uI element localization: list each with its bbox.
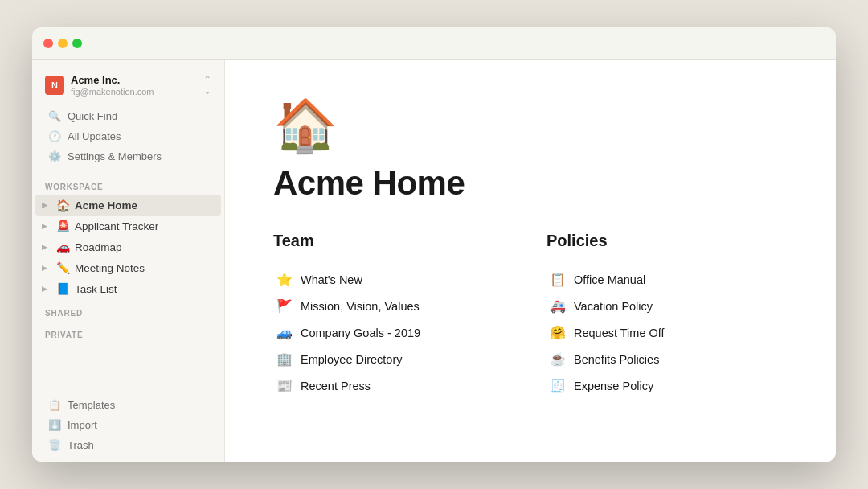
- templates-label: Templates: [68, 399, 115, 411]
- meeting-notes-label: Meeting Notes: [75, 262, 213, 274]
- acme-home-emoji: 🏠: [56, 199, 70, 212]
- sidebar-nav: 🔍 Quick Find 🕐 All Updates ⚙️ Settings &…: [32, 100, 224, 173]
- list-item[interactable]: 🚙 Company Goals - 2019: [273, 320, 514, 345]
- company-goals-label: Company Goals - 2019: [301, 327, 420, 339]
- workspace-name: Acme Inc.: [71, 74, 154, 87]
- workspace-header[interactable]: N Acme Inc. fig@makenotion.com ⌃⌄: [32, 66, 224, 100]
- content-grid: Team ⭐ What's New 🚩 Mission, Vision, Val…: [273, 232, 788, 398]
- recent-press-icon: 📰: [276, 378, 293, 393]
- sidebar-item-acme-home[interactable]: ▶ 🏠 Acme Home: [35, 195, 221, 216]
- office-manual-icon: 📋: [550, 272, 566, 287]
- sidebar-item-roadmap[interactable]: ▶ 🚗 Roadmap: [35, 236, 221, 257]
- team-section-title: Team: [273, 232, 514, 257]
- list-item[interactable]: 🚑 Vacation Policy: [547, 294, 788, 318]
- templates-icon: 📋: [48, 399, 61, 411]
- policies-items: 📋 Office Manual 🚑 Vacation Policy 🤗 Requ…: [547, 267, 788, 398]
- roadmap-emoji: 🚗: [56, 240, 70, 253]
- shared-section-label: SHARED: [32, 299, 224, 321]
- list-item[interactable]: ☕ Benefits Policies: [547, 347, 788, 372]
- acme-home-label: Acme Home: [75, 199, 213, 212]
- minimize-button[interactable]: [58, 39, 68, 48]
- sidebar-item-task-list[interactable]: ▶ 📘 Task List: [35, 278, 221, 299]
- maximize-button[interactable]: [72, 39, 82, 48]
- benefits-icon: ☕: [550, 351, 566, 367]
- import-icon: ⬇️: [48, 419, 61, 431]
- employee-directory-label: Employee Directory: [301, 353, 403, 366]
- sidebar-item-meeting-notes[interactable]: ▶ ✏️ Meeting Notes: [35, 257, 221, 278]
- expand-arrow-icon: ▶: [42, 243, 51, 251]
- mission-label: Mission, Vision, Values: [301, 300, 420, 313]
- list-item[interactable]: 📰 Recent Press: [273, 373, 514, 398]
- import-label: Import: [68, 419, 97, 431]
- main-content: 🏠 Acme Home Team ⭐ What's New 🚩 Mission,…: [225, 60, 836, 462]
- sidebar: N Acme Inc. fig@makenotion.com ⌃⌄ 🔍 Quic…: [32, 60, 225, 462]
- sidebar-item-import[interactable]: ⬇️ Import: [35, 415, 221, 435]
- workspace-info: N Acme Inc. fig@makenotion.com: [45, 74, 154, 97]
- team-section: Team ⭐ What's New 🚩 Mission, Vision, Val…: [273, 232, 514, 398]
- roadmap-label: Roadmap: [75, 241, 213, 253]
- benefits-label: Benefits Policies: [574, 353, 659, 366]
- whats-new-icon: ⭐: [276, 272, 293, 287]
- policies-section-title: Policies: [547, 232, 788, 257]
- trash-icon: 🗑️: [48, 439, 61, 451]
- page-icon: 🏠: [273, 100, 788, 151]
- close-button[interactable]: [43, 39, 53, 48]
- workspace-section-label: WORKSPACE: [32, 173, 224, 195]
- sidebar-item-applicant-tracker[interactable]: ▶ 🚨 Applicant Tracker: [35, 216, 221, 236]
- policies-section: Policies 📋 Office Manual 🚑 Vacation Poli…: [547, 232, 788, 398]
- vacation-policy-label: Vacation Policy: [574, 300, 653, 313]
- workspace-text: Acme Inc. fig@makenotion.com: [71, 74, 154, 97]
- gear-icon: ⚙️: [48, 150, 61, 162]
- employee-directory-icon: 🏢: [276, 351, 293, 367]
- expand-arrow-icon: ▶: [42, 222, 51, 230]
- list-item[interactable]: 🚩 Mission, Vision, Values: [273, 294, 514, 318]
- app-window: N Acme Inc. fig@makenotion.com ⌃⌄ 🔍 Quic…: [32, 27, 836, 462]
- settings-label: Settings & Members: [68, 150, 162, 162]
- expand-arrow-icon: ▶: [42, 285, 51, 293]
- team-items: ⭐ What's New 🚩 Mission, Vision, Values 🚙…: [273, 267, 514, 398]
- applicant-tracker-emoji: 🚨: [56, 220, 70, 232]
- workspace-email: fig@makenotion.com: [71, 87, 154, 97]
- titlebar: [32, 27, 836, 60]
- expand-arrow-icon: ▶: [42, 201, 51, 209]
- workspace-toggle-icon[interactable]: ⌃⌄: [203, 74, 211, 97]
- office-manual-label: Office Manual: [574, 273, 645, 286]
- request-time-off-label: Request Time Off: [574, 327, 665, 339]
- page-title: Acme Home: [273, 164, 788, 203]
- list-item[interactable]: 🧾 Expense Policy: [547, 373, 788, 398]
- traffic-lights: [43, 39, 82, 48]
- expense-policy-label: Expense Policy: [574, 380, 653, 392]
- clock-icon: 🕐: [48, 130, 61, 142]
- app-body: N Acme Inc. fig@makenotion.com ⌃⌄ 🔍 Quic…: [32, 60, 836, 462]
- sidebar-item-templates[interactable]: 📋 Templates: [35, 395, 221, 415]
- whats-new-label: What's New: [301, 273, 362, 286]
- workspace-logo: N: [45, 76, 64, 95]
- vacation-policy-icon: 🚑: [550, 298, 566, 314]
- company-goals-icon: 🚙: [276, 325, 293, 340]
- sidebar-item-all-updates[interactable]: 🕐 All Updates: [35, 126, 221, 146]
- all-updates-label: All Updates: [68, 130, 121, 142]
- quick-find-label: Quick Find: [68, 110, 117, 122]
- private-section-label: PRIVATE: [32, 321, 224, 343]
- list-item[interactable]: ⭐ What's New: [273, 267, 514, 292]
- list-item[interactable]: 🤗 Request Time Off: [547, 320, 788, 345]
- list-item[interactable]: 📋 Office Manual: [547, 267, 788, 292]
- trash-label: Trash: [68, 439, 94, 451]
- mission-icon: 🚩: [276, 298, 293, 314]
- sidebar-item-trash[interactable]: 🗑️ Trash: [35, 435, 221, 455]
- sidebar-item-quick-find[interactable]: 🔍 Quick Find: [35, 106, 221, 126]
- recent-press-label: Recent Press: [301, 380, 371, 392]
- search-icon: 🔍: [48, 110, 61, 122]
- request-time-off-icon: 🤗: [550, 325, 566, 340]
- expense-policy-icon: 🧾: [550, 378, 566, 393]
- expand-arrow-icon: ▶: [42, 264, 51, 272]
- task-list-emoji: 📘: [56, 282, 70, 295]
- sidebar-item-settings[interactable]: ⚙️ Settings & Members: [35, 146, 221, 166]
- sidebar-bottom: 📋 Templates ⬇️ Import 🗑️ Trash: [32, 388, 224, 462]
- applicant-tracker-label: Applicant Tracker: [75, 220, 213, 232]
- meeting-notes-emoji: ✏️: [56, 261, 70, 274]
- task-list-label: Task List: [75, 283, 213, 295]
- list-item[interactable]: 🏢 Employee Directory: [273, 347, 514, 372]
